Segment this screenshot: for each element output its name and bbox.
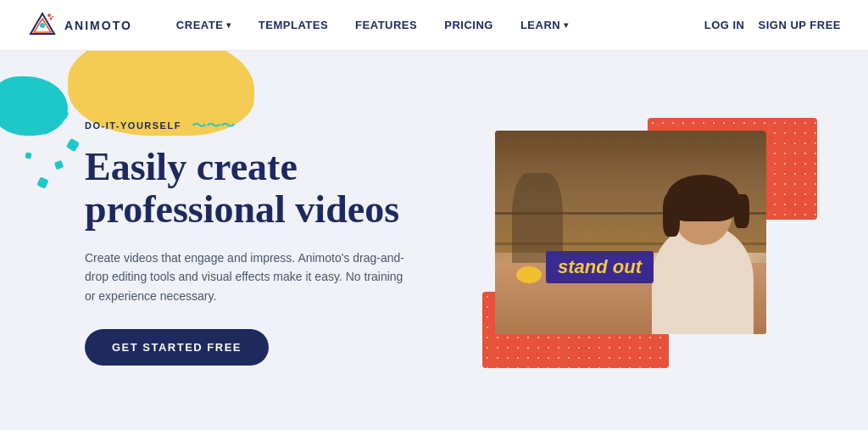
svg-point-5 <box>52 16 53 18</box>
nav-item-templates[interactable]: TEMPLATES <box>248 12 338 38</box>
diy-label-text: DO-IT-YOURSELF <box>85 120 181 131</box>
hero-description: Create videos that engage and impress. A… <box>85 249 407 305</box>
video-overlay-text: stand out <box>546 251 654 283</box>
animoto-logo-icon <box>27 10 58 41</box>
nav-links: CREATE ▾ TEMPLATES FEATURES PRICING LEAR… <box>166 12 704 38</box>
navbar: ANIMOTO CREATE ▾ TEMPLATES FEATURES PRIC… <box>0 0 868 51</box>
login-button[interactable]: LOG IN <box>704 19 745 31</box>
create-dropdown-icon: ▾ <box>226 20 231 30</box>
svg-point-2 <box>40 23 45 28</box>
wavy-decoration: 〜〜〜 <box>192 115 235 136</box>
nav-item-features[interactable]: FEATURES <box>345 12 427 38</box>
logo[interactable]: ANIMOTO <box>27 10 132 41</box>
video-container: stand out <box>495 131 800 351</box>
video-frame[interactable]: stand out <box>495 131 766 334</box>
svg-point-3 <box>47 14 51 17</box>
hero-title: Easily create professional videos <box>85 146 466 232</box>
get-started-button[interactable]: GET STARTED FREE <box>85 329 269 366</box>
nav-right: LOG IN SIGN UP FREE <box>704 19 841 31</box>
diy-label-row: DO-IT-YOURSELF 〜〜〜 <box>85 115 466 136</box>
signup-button[interactable]: SIGN UP FREE <box>758 19 841 31</box>
teal-blob-decoration <box>0 76 68 136</box>
nav-item-learn[interactable]: LEARN ▾ <box>510 12 579 38</box>
logo-text: ANIMOTO <box>64 19 132 32</box>
video-background: stand out <box>495 131 766 334</box>
svg-point-4 <box>50 17 53 20</box>
nav-item-create[interactable]: CREATE ▾ <box>166 12 242 38</box>
hero-section: DO-IT-YOURSELF 〜〜〜 Easily create profess… <box>0 51 868 430</box>
hero-content: DO-IT-YOURSELF 〜〜〜 Easily create profess… <box>85 115 466 366</box>
learn-dropdown-icon: ▾ <box>564 20 569 30</box>
nav-item-pricing[interactable]: PRICING <box>434 12 504 38</box>
hero-video-area: stand out <box>495 131 800 351</box>
